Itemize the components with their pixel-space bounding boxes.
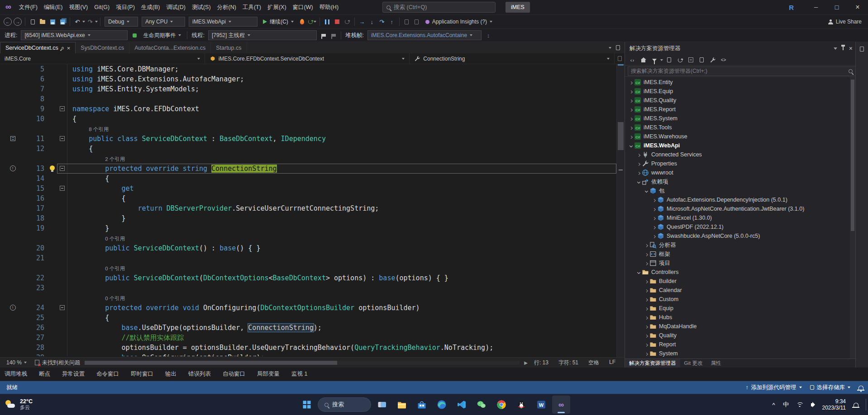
tree-item-custom[interactable]: Custom	[625, 295, 855, 304]
startup-project-dropdown[interactable]: iMES.WebApi	[189, 17, 258, 27]
tree-scrollbar-thumb[interactable]	[851, 80, 854, 231]
tree-item-swashbuckle.aspnetcore-5.0.0-rc5[interactable]: Swashbuckle.AspNetCore (5.0.0-rc5)	[625, 231, 855, 241]
collapsed-toolwindow-icon[interactable]	[860, 47, 864, 52]
outlining-margin[interactable]	[57, 243, 67, 253]
expander-icon[interactable]	[643, 298, 649, 301]
editor-tab-sysdbcontext.cs[interactable]: SysDbContext.cs	[76, 42, 129, 53]
breakpoint-margin[interactable]	[0, 263, 25, 273]
code-line-17[interactable]: 17 return DBServerProvider.ServiceUserCu…	[0, 203, 616, 213]
breakpoint-margin[interactable]	[0, 243, 25, 253]
expander-icon[interactable]	[643, 307, 649, 310]
editor-vertical-scrollbar[interactable]	[616, 64, 625, 357]
fold-collapse-icon[interactable]	[60, 106, 65, 111]
resharper-icon[interactable]: R	[789, 4, 794, 11]
filter-dropdown-icon[interactable]	[660, 59, 663, 61]
fold-collapse-icon[interactable]	[60, 136, 65, 141]
menu-item-3[interactable]: Git(G)	[91, 0, 113, 14]
scroll-right-icon[interactable]: ▶	[524, 360, 528, 365]
code-line-19[interactable]: 19 }	[0, 223, 616, 233]
solution-platform-dropdown[interactable]: Any CPU	[142, 17, 185, 27]
new-file-icon[interactable]	[28, 17, 38, 27]
expander-icon[interactable]	[635, 181, 642, 183]
fold-collapse-icon[interactable]	[60, 186, 65, 191]
pin-window-icon[interactable]	[843, 47, 844, 50]
expander-icon[interactable]	[651, 217, 657, 220]
breakpoint-margin[interactable]	[0, 233, 25, 243]
process-dropdown[interactable]: [6540] iMES.WebApi.exe	[21, 30, 128, 40]
restart-application-icon[interactable]	[307, 17, 317, 27]
redo-dropdown-icon[interactable]	[95, 21, 98, 23]
hot-reload-icon[interactable]	[297, 17, 307, 27]
view-code-icon[interactable]	[719, 56, 728, 64]
sync-with-active-document-icon[interactable]	[664, 56, 674, 64]
undo-icon[interactable]	[72, 17, 82, 27]
break-all-icon[interactable]	[322, 17, 332, 27]
code-line-25[interactable]: 25 {	[0, 313, 616, 323]
outlining-margin[interactable]	[57, 233, 67, 243]
tree-item-connected-services[interactable]: Connected Services	[625, 150, 855, 159]
clock[interactable]: 9:34 2023/3/11	[820, 398, 848, 411]
tree-item-12[interactable]: 包	[625, 186, 855, 195]
expander-icon[interactable]	[635, 271, 642, 274]
minimize-button[interactable]	[806, 0, 826, 14]
panel-tab-4[interactable]: 即时窗口	[131, 370, 153, 378]
stack-frame-dropdown[interactable]: iMES.Core.Extensions.AutofacContaine	[367, 30, 482, 40]
flag-thread-icon[interactable]	[319, 30, 329, 40]
breakpoint-margin[interactable]	[0, 273, 25, 283]
filter-icon[interactable]	[649, 56, 659, 64]
breakpoint-margin[interactable]	[0, 164, 25, 174]
taskbar-search-input[interactable]: 搜索	[318, 397, 371, 412]
menu-item-9[interactable]: 工具(T)	[239, 0, 264, 14]
code-line-11[interactable]: 11 public class ServiceDbContext : BaseD…	[0, 134, 616, 144]
float-window-icon[interactable]	[616, 45, 620, 50]
codelens-row[interactable]: 0 个引用	[0, 293, 616, 303]
outlining-margin[interactable]	[57, 313, 67, 323]
breakpoint-margin[interactable]	[0, 223, 25, 233]
expander-icon[interactable]	[651, 198, 657, 202]
codelens-row[interactable]: 8 个引用	[0, 124, 616, 134]
panel-tab-0[interactable]: 调用堆栈	[5, 370, 27, 378]
expander-icon[interactable]	[635, 171, 642, 174]
quick-actions-lightbulb-icon[interactable]	[50, 165, 55, 170]
horizontal-scrollbar-thumb[interactable]	[85, 361, 337, 365]
tree-item-imes.report[interactable]: iMES.Report	[625, 105, 855, 114]
panel-tab-3[interactable]: 命令窗口	[96, 370, 119, 378]
pin-tab-icon[interactable]	[61, 46, 64, 49]
breakpoint-margin[interactable]	[0, 303, 25, 313]
panel-tab-7[interactable]: 自动窗口	[223, 370, 245, 378]
stack-frame-navigate-icon[interactable]	[483, 30, 493, 40]
panel-tab-1[interactable]: 监视 1	[291, 370, 307, 378]
close-tab-icon[interactable]: ×	[67, 45, 71, 52]
tree-item-mqdatahandle[interactable]: MqDataHandle	[625, 322, 855, 331]
lifecycle-events-dropdown[interactable]: 生命周期事件	[139, 30, 185, 40]
taskbar-word-icon[interactable]	[532, 396, 550, 414]
continue-button[interactable]: 继续(C)	[259, 17, 297, 27]
outlining-margin[interactable]	[57, 124, 67, 134]
tree-item-equip[interactable]: Equip	[625, 304, 855, 313]
tree-item-quality[interactable]: Quality	[625, 331, 855, 340]
collapse-all-icon[interactable]	[686, 56, 696, 64]
tree-item-19[interactable]: 框架	[625, 250, 855, 259]
notification-center-icon[interactable]	[851, 399, 860, 410]
breakpoint-margin[interactable]	[0, 64, 25, 74]
breakpoint-margin[interactable]	[0, 104, 25, 114]
menu-item-12[interactable]: 帮助(H)	[316, 0, 342, 14]
taskbar-taskview-icon[interactable]	[373, 396, 391, 414]
line-ending-indicator[interactable]: LF	[609, 359, 615, 367]
expander-icon[interactable]	[628, 90, 634, 93]
outlining-margin[interactable]	[57, 303, 67, 313]
add-to-source-control-button[interactable]: 添加到源代码管理	[746, 384, 802, 391]
outlining-margin[interactable]	[57, 164, 67, 174]
tab-properties[interactable]: 属性	[706, 359, 725, 368]
show-flagged-threads-icon[interactable]	[329, 30, 339, 40]
breadcrumb-member-dropdown[interactable]: ConnectionString	[410, 53, 615, 64]
expander-icon[interactable]	[628, 135, 634, 138]
expander-icon[interactable]	[643, 325, 649, 328]
codelens-row[interactable]: 2 个引用	[0, 154, 616, 164]
breadcrumb-project-dropdown[interactable]: iMES.Core	[0, 53, 205, 64]
code-line-22[interactable]: 22 public ServiceDbContext(DbContextOpti…	[0, 273, 616, 283]
tree-item-miniexcel-1.30.0[interactable]: MiniExcel (1.30.0)	[625, 213, 855, 222]
step-out-icon[interactable]	[387, 17, 397, 27]
tree-item-20[interactable]: 项目	[625, 259, 855, 268]
breakpoint-margin[interactable]	[0, 333, 25, 343]
